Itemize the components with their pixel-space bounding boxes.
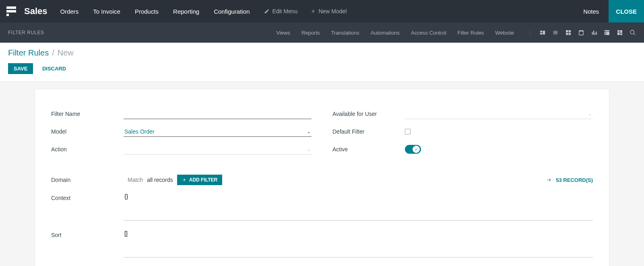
label-sort: Sort	[51, 229, 124, 259]
nav-configuration[interactable]: Configuration	[214, 8, 250, 15]
label-default-filter: Default Filter	[332, 128, 405, 135]
breadcrumb-current: New	[58, 48, 74, 58]
close-button[interactable]: CLOSE	[609, 0, 644, 23]
label-active: Active	[332, 146, 405, 153]
new-model-link[interactable]: New Model	[310, 8, 347, 14]
nav-products[interactable]: Products	[135, 8, 159, 15]
tab-views[interactable]: Views	[277, 30, 290, 36]
breadcrumb-sep: /	[52, 48, 54, 58]
tab-reports[interactable]: Reports	[301, 30, 320, 36]
breadcrumb: Filter Rules / New	[8, 48, 636, 58]
label-action: Action	[51, 146, 124, 153]
search-icon[interactable]	[630, 29, 636, 36]
label-model: Model	[51, 128, 124, 135]
default-filter-checkbox[interactable]	[405, 129, 411, 134]
label-domain: Domain	[51, 177, 124, 183]
label-filter-name: Filter Name	[51, 111, 124, 117]
label-context: Context	[51, 192, 124, 222]
check-icon	[414, 147, 418, 151]
nav-to-invoice[interactable]: To Invoice	[93, 8, 120, 15]
nav-reporting[interactable]: Reporting	[173, 8, 199, 15]
arrow-right-icon	[546, 177, 552, 183]
pencil-icon	[264, 8, 270, 14]
dashboard-view-icon[interactable]	[617, 29, 623, 36]
pivot-view-icon[interactable]	[604, 29, 610, 36]
subnav-title: Filter Rules	[8, 30, 44, 35]
tab-automations[interactable]: Automations	[371, 30, 400, 36]
context-input[interactable]	[124, 192, 593, 221]
domain-match-scope: all records	[147, 177, 173, 183]
domain-match-prefix: Match	[128, 177, 143, 183]
add-filter-button[interactable]: Add Filter	[177, 175, 222, 185]
graph-view-icon[interactable]	[591, 29, 597, 36]
kanban-view-icon[interactable]	[565, 29, 572, 36]
list-view-icon[interactable]	[552, 29, 559, 36]
tab-access-control[interactable]: Access Control	[411, 30, 446, 36]
tab-website[interactable]: Website	[495, 30, 514, 36]
nav-orders[interactable]: Orders	[60, 8, 79, 15]
save-button[interactable]: Save	[8, 63, 33, 74]
active-toggle[interactable]	[405, 145, 421, 154]
calendar-view-icon[interactable]	[578, 29, 584, 36]
plus-icon	[182, 177, 187, 182]
plus-icon	[310, 8, 316, 14]
notes-link[interactable]: Notes	[574, 8, 609, 15]
tab-filter-rules[interactable]: Filter Rules	[458, 30, 484, 36]
filter-name-input[interactable]	[124, 109, 312, 119]
tab-translations[interactable]: Translations	[331, 30, 359, 36]
sort-input[interactable]	[124, 229, 593, 258]
available-user-select[interactable]	[405, 109, 593, 119]
form-sheet: Filter Name Model Action	[35, 89, 609, 266]
edit-menu-link[interactable]: Edit Menu	[264, 8, 297, 14]
app-brand[interactable]: Sales	[24, 6, 47, 16]
form-view-icon[interactable]	[539, 29, 546, 36]
action-select[interactable]	[124, 144, 312, 155]
discard-button[interactable]: Discard	[35, 63, 73, 74]
label-available-user: Available for User	[332, 111, 405, 117]
breadcrumb-root[interactable]: Filter Rules	[8, 48, 49, 58]
model-select[interactable]	[124, 127, 312, 137]
records-link[interactable]: 53 Record(s)	[546, 177, 593, 183]
apps-icon[interactable]	[6, 6, 16, 16]
